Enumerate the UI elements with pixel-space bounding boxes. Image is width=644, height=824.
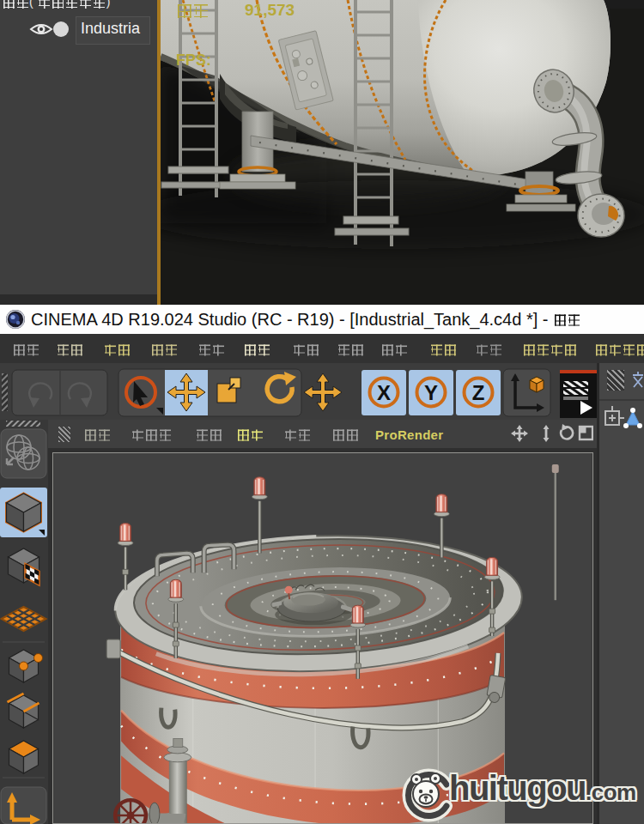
svg-text:Y: Y xyxy=(424,381,438,404)
svg-text:X: X xyxy=(377,381,391,404)
svg-text:Z: Z xyxy=(472,381,485,404)
